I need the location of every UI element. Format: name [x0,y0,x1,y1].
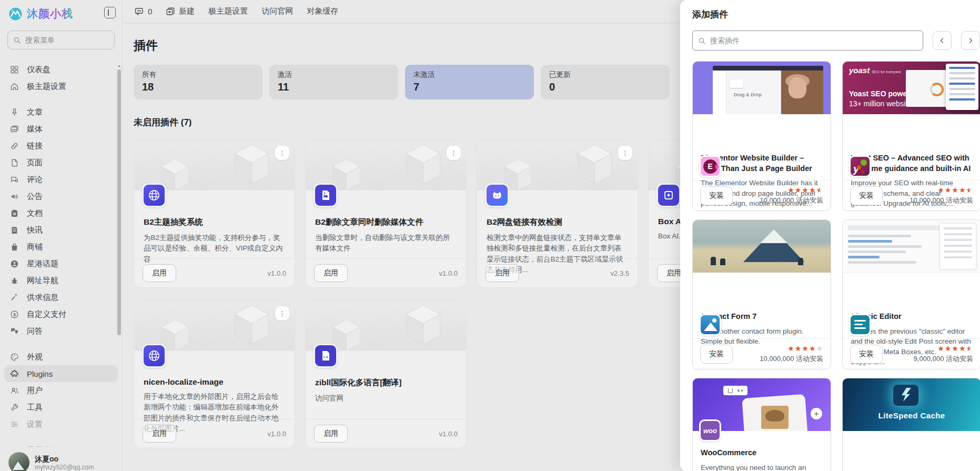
sidebar-item-shop[interactable]: 商铺 [0,238,122,255]
sidebar-item-plugins[interactable]: Plugins [4,365,118,382]
sidebar-item-appearance[interactable]: 外观 [0,348,122,365]
install-button[interactable]: 安装 [700,345,733,364]
sidebar-item-announcements[interactable]: 公告 [0,188,122,205]
contact-form-7-icon [699,314,721,336]
filter-all[interactable]: 所有 18 [134,65,262,99]
topbar-visit-site[interactable]: 访问官网 [261,6,293,16]
banner-caption: Drag & Drop [734,92,762,97]
chevron-right-icon [967,37,974,44]
store-card-yoast: yoastSEO for everyone Yoast SEO powering… [842,61,980,211]
sidebar-item-users[interactable]: 用户 [0,382,122,399]
star-rating: ★★★★★ [914,344,973,353]
sidebar-item-news[interactable]: 快讯 [0,222,122,238]
banner-text: LiteSpeed Cache [843,411,980,420]
topbar-theme-settings[interactable]: 极主题设置 [208,6,248,16]
page-icon [10,158,19,167]
sidebar-item-custom-pay[interactable]: $ 自定义支付 [0,306,122,323]
sidebar-item-media[interactable]: 媒体 [0,121,122,137]
install-button[interactable]: 安装 [850,186,883,205]
sidebar-item-comments[interactable]: 评论 [0,171,122,188]
search-icon [13,36,21,44]
sidebar: 沐颜小栈 仪表盘 极主题设置 文章 [0,0,123,471]
sidebar-item-links[interactable]: 链接 [0,137,122,154]
kebab-menu-button[interactable]: ⋮ [447,146,461,160]
sidebar-item-dashboard[interactable]: 仪表盘 [0,61,122,78]
scrollbar-up-arrow[interactable]: ▲ [117,63,122,68]
plugin-search[interactable] [692,31,923,51]
sidebar-item-qa[interactable]: 问答 [0,323,122,339]
active-installs: 9,000,000 活动安装 [914,354,973,364]
plugin-card-b2-lottery: ⋮ B2主题抽奖系统 为B2主题提供抽奖功能，支持积分参与，奖品可以是经验、余额… [134,140,295,288]
next-page-button[interactable] [961,31,980,50]
collapse-icon [108,9,109,16]
comment-count: 0 [148,7,152,16]
store-card-litespeed: LiteSpeed Cache LiteSpeed Cache All-in-o… [842,378,980,471]
sidebar-item-docs[interactable]: W 文档 [0,205,122,222]
plugin-title: zibll国际化多语言[翻译] [315,377,457,388]
install-button[interactable]: 安装 [700,186,733,205]
doc-w-icon: W [10,209,19,218]
prev-page-button[interactable] [933,31,952,50]
litespeed-banner: LiteSpeed Cache [843,378,980,431]
enable-button[interactable]: 启用 [314,264,348,282]
plugin-version: v1.0.0 [439,269,458,277]
main-content: 插件 所有 18 激活 11 未激活 7 已更新 0 未启用插件 (7) [123,23,680,471]
dollar-circle-icon: $ [10,310,19,319]
topbar-object-cache[interactable]: 对象缓存 [307,6,338,16]
filter-active[interactable]: 激活 11 [269,65,398,99]
enable-button[interactable]: 启用 [486,264,519,282]
enable-button[interactable]: 启用 [143,264,176,282]
topbar-comments[interactable]: 0 [135,7,152,16]
sidebar-item-tools[interactable]: 工具 [0,399,122,416]
megaphone-icon [10,192,19,201]
home-icon [10,82,19,91]
plugin-search-input[interactable] [710,36,910,45]
bug-icon [10,276,19,285]
logo: 沐颜小栈 [0,0,122,24]
chevron-left-icon [939,37,945,44]
panel-plugin-grid: Drag & Drop E Elementor Website Builder … [692,61,980,471]
install-button[interactable]: 安装 [850,345,883,364]
plugin-filters: 所有 18 激活 11 未激活 7 已更新 0 [134,65,680,99]
topbar-new[interactable]: 新建 [166,6,195,16]
elementor-banner: Drag & Drop [693,62,831,114]
plugin-version: v1.0.0 [268,269,286,277]
sidebar-scrollbar[interactable]: ▲ [117,63,122,379]
sidebar-item-nav-sites[interactable]: 网址导航 [0,272,122,289]
sidebar-item-settings[interactable]: 设置 [0,416,122,433]
sidebar-item-topics[interactable]: 星港话题 [0,255,122,272]
sidebar-search-input[interactable] [25,36,104,44]
search-icon [698,37,706,45]
b2-netdisk-plugin-icon [485,183,509,207]
users-icon [10,386,19,395]
plugin-cards-row-2: ⋮ nicen-localize-image 用于本地化文章的外部图片，启用之后… [134,300,680,448]
woocommerce-icon: woo [699,419,721,442]
star-rating: ★★★★★ [760,186,823,195]
kebab-menu-button[interactable]: ⋮ [275,146,289,160]
person-circle-icon [10,259,19,268]
filter-inactive[interactable]: 未激活 7 [405,65,534,99]
sidebar-item-pages[interactable]: 页面 [0,154,122,171]
user-profile[interactable]: 沐夏oo myhxzy520@qq.com [0,447,123,471]
sidebar-item-theme-settings[interactable]: 极主题设置 [0,78,122,95]
store-plugin-description: Everything you need to launch an online … [701,463,823,471]
sidebar-search[interactable] [7,31,115,49]
dashboard-icon [10,65,19,74]
store-card-elementor: Drag & Drop E Elementor Website Builder … [692,61,831,211]
sidebar-collapse-button[interactable] [104,7,116,18]
plugin-description: 访问官网 [315,393,457,404]
plugin-version: v1.0.0 [268,430,286,438]
filter-updated[interactable]: 已更新 0 [541,65,670,99]
plugin-card-b2-delete-media: ⋮ B2删除文章同时删除媒体文件 当删除文章时，自动删除与该文章关联的所有媒体文… [305,140,467,288]
app-title: 沐颜小栈 [27,6,73,21]
sidebar-item-posts[interactable]: 文章 [0,104,122,121]
enable-button[interactable]: 启用 [143,425,176,443]
sidebar-item-supply-demand[interactable]: 供求信息 [0,289,122,306]
scrollbar-thumb[interactable] [117,69,121,335]
wrench-icon [10,403,19,412]
kebab-menu-button[interactable]: ⋮ [275,306,289,320]
enable-button[interactable]: 启用 [314,425,348,443]
plugin-puzzle-icon [10,369,19,378]
panel-search-row [692,31,980,51]
kebab-menu-button[interactable]: ⋮ [618,146,632,160]
